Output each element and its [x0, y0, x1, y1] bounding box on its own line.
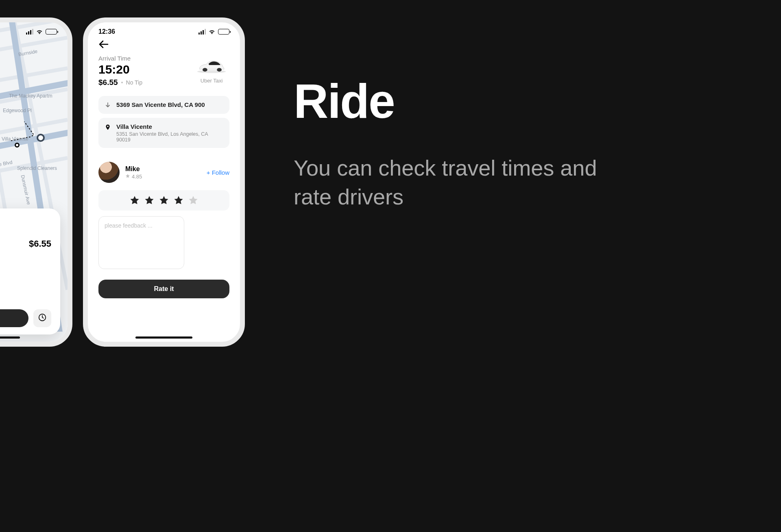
star-icon[interactable] — [173, 195, 184, 206]
card-price: $6.55 — [29, 239, 51, 249]
dropoff-name: Villa Vicente — [116, 123, 223, 130]
battery-icon — [46, 29, 57, 35]
star-icon[interactable] — [129, 195, 140, 206]
cellular-icon — [26, 29, 33, 35]
status-time: 12:36 — [98, 28, 115, 35]
follow-button[interactable]: + Follow — [207, 169, 229, 176]
dropoff-address-row[interactable]: Villa Vicente 5351 San Vicente Blvd, Los… — [98, 118, 229, 148]
svg-point-19 — [107, 126, 109, 127]
phone-map-screen: 12:36 — [0, 17, 72, 347]
arrival-time: 15:20 — [98, 63, 142, 76]
trip-price: $6.55 — [98, 78, 118, 87]
star-icon[interactable] — [188, 195, 199, 206]
arrival-label: Arrival Time — [98, 55, 142, 62]
vehicle-class: Uber Taxi — [194, 78, 229, 84]
card-destination-text: os Angeles, CA 90019 — [0, 217, 51, 224]
clock-icon — [38, 313, 47, 324]
wifi-icon — [36, 29, 43, 35]
location-pin-icon — [105, 124, 111, 130]
feedback-input[interactable] — [98, 216, 184, 269]
map-label: The Mackey Apartm — [9, 93, 52, 99]
star-icon — [125, 174, 130, 180]
star-icon[interactable] — [144, 195, 155, 206]
back-button[interactable] — [88, 38, 240, 54]
map-label: Edgewood Pl — [3, 108, 32, 113]
status-bar: 12:36 — [88, 22, 240, 38]
pickup-address: 5369 San Vicente Blvd, CA 900 — [116, 101, 205, 108]
rate-it-button[interactable]: Rate it — [98, 280, 229, 298]
svg-point-17 — [203, 68, 207, 72]
ride-summary-card: os Angeles, CA 90019 $6.55 — [0, 208, 60, 334]
phone-ride-detail-screen: 12:36 Arrival Time 15:20 $6.55 No Tip — [83, 17, 245, 347]
arrow-down-icon — [105, 102, 111, 109]
svg-point-16 — [197, 70, 226, 73]
home-indicator — [0, 337, 20, 339]
car-icon — [194, 55, 229, 75]
dot-separator — [121, 82, 123, 83]
wifi-icon — [208, 29, 216, 35]
dropoff-address: 5351 San Vicente Blvd, Los Angeles, CA 9… — [116, 131, 223, 143]
request-ride-button[interactable] — [0, 309, 28, 327]
cellular-icon — [199, 29, 206, 35]
no-tip-label: No Tip — [126, 79, 142, 86]
driver-rating: 4.85 — [132, 174, 142, 180]
home-indicator — [135, 337, 192, 339]
map-label: Villa Vicente — [2, 136, 28, 142]
arrow-left-icon — [98, 40, 229, 48]
battery-icon — [218, 29, 229, 35]
star-icon[interactable] — [159, 195, 169, 206]
map-origin-pin — [15, 143, 20, 148]
star-rating[interactable] — [98, 190, 229, 211]
map-label: Splendid Cleaners — [17, 165, 57, 171]
pickup-address-row[interactable]: 5369 San Vicente Blvd, CA 900 — [98, 96, 229, 114]
hero-subtitle: You can check travel times and rate driv… — [294, 154, 603, 212]
driver-name: Mike — [125, 165, 142, 173]
hero-title: Ride — [294, 77, 603, 125]
driver-avatar[interactable] — [98, 162, 120, 183]
schedule-button[interactable] — [33, 309, 51, 327]
status-bar: 12:36 — [0, 22, 68, 38]
map-dest-pin — [37, 134, 45, 142]
svg-point-18 — [217, 68, 222, 72]
